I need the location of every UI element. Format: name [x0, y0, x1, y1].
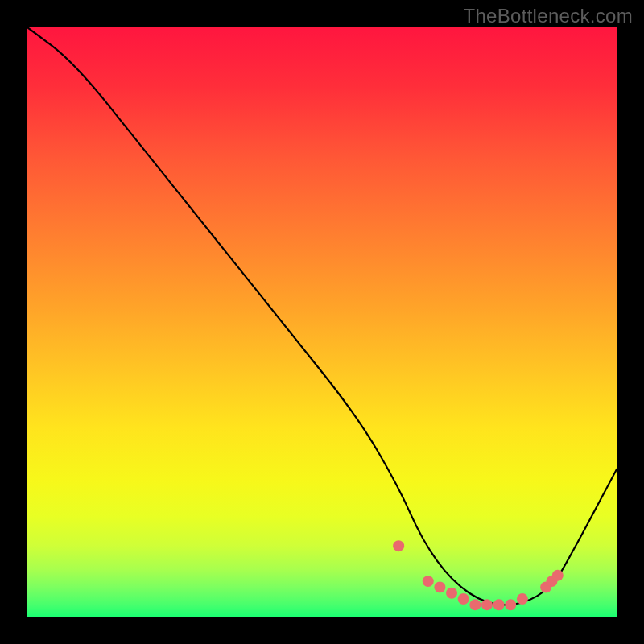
data-dot — [517, 593, 528, 605]
curve-layer — [27, 27, 617, 605]
plot-area — [27, 27, 617, 617]
dots-layer — [393, 540, 564, 610]
data-dot — [458, 593, 469, 605]
data-dot — [493, 599, 505, 610]
data-dot — [446, 588, 457, 599]
data-dot — [469, 599, 481, 610]
chart-frame: TheBottleneck.com — [0, 0, 644, 644]
data-dot — [505, 599, 516, 610]
bottleneck-curve — [27, 27, 617, 605]
chart-svg — [27, 27, 617, 617]
data-dot — [434, 581, 445, 592]
data-dot — [552, 570, 564, 581]
watermark-text: TheBottleneck.com — [463, 5, 633, 27]
data-dot — [393, 540, 404, 551]
data-dot — [423, 576, 434, 587]
data-dot — [481, 599, 493, 610]
